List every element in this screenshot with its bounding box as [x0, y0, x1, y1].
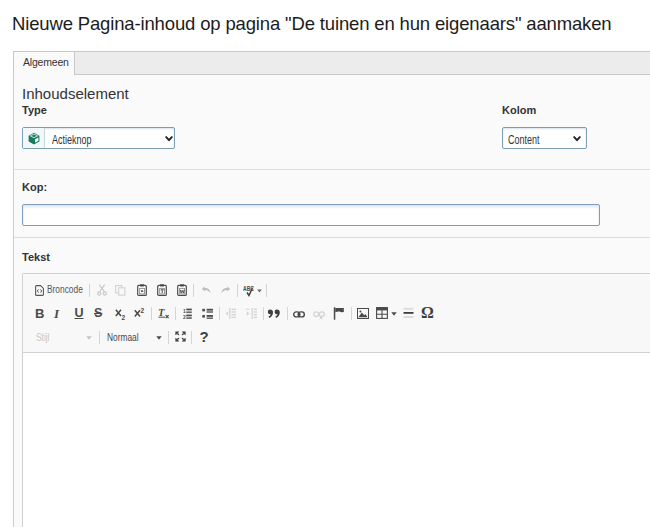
- svg-text:2: 2: [183, 314, 186, 319]
- svg-text:ABC: ABC: [243, 286, 255, 293]
- svg-text:2: 2: [121, 314, 125, 320]
- svg-text:2: 2: [140, 307, 144, 314]
- svg-text:T: T: [158, 307, 165, 318]
- svg-text:1: 1: [183, 308, 186, 314]
